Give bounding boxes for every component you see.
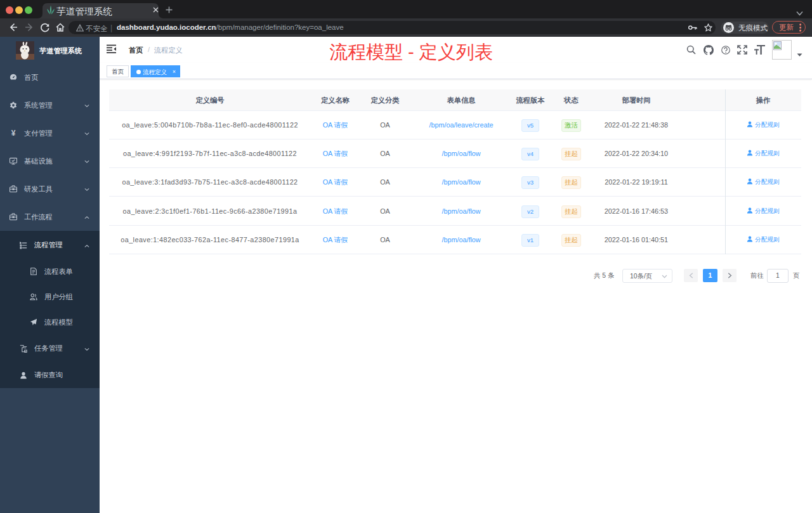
svg-text:¥: ¥ (11, 129, 16, 137)
